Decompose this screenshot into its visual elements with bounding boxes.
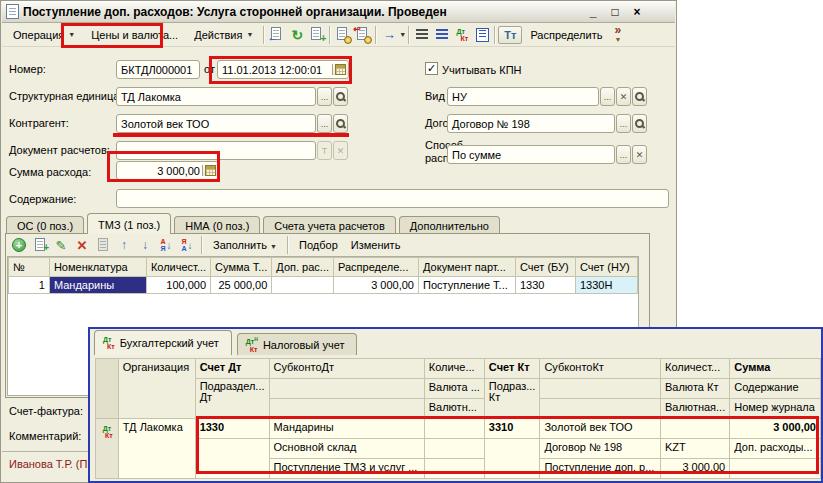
content-field[interactable] xyxy=(116,189,669,208)
magnifier-button[interactable] xyxy=(333,114,348,133)
fill-button[interactable]: Заполнить ▼ xyxy=(208,237,282,253)
column-header[interactable]: Сумма xyxy=(730,359,821,379)
ellipsis-button[interactable]: ... xyxy=(317,114,332,133)
close-button[interactable]: × xyxy=(629,5,645,19)
magnifier-button[interactable] xyxy=(632,114,647,133)
move-down-icon[interactable]: ↓ xyxy=(136,236,154,254)
toolbar-separator xyxy=(287,236,289,254)
tab-tmz[interactable]: ТМЗ (1 поз.) xyxy=(87,213,171,234)
go-to-icon[interactable]: → xyxy=(379,25,399,45)
save-icon[interactable]: ← xyxy=(267,25,287,45)
pick-button[interactable]: Подбор xyxy=(294,237,343,253)
column-header[interactable]: СубконтоДт xyxy=(269,359,424,379)
clear-button[interactable]: ✕ xyxy=(632,145,647,164)
refresh-icon[interactable]: ↻ xyxy=(287,25,307,45)
comment-label: Комментарий: xyxy=(9,430,81,442)
column-header[interactable]: Валюта Кт xyxy=(661,379,730,399)
sort-descending-icon[interactable]: ЯА ↓ xyxy=(178,236,196,254)
calculator-icon[interactable] xyxy=(202,165,218,176)
tt-button[interactable]: Тт xyxy=(498,26,522,44)
kpn-checkbox[interactable]: ✓ xyxy=(425,62,438,75)
delete-row-icon[interactable]: ✕ xyxy=(73,236,91,254)
column-header[interactable]: Счет Кт xyxy=(484,359,540,379)
nu-type-field[interactable]: НУ ... ✕ xyxy=(447,87,647,106)
number-field[interactable]: БКТДЛ000001 xyxy=(116,60,200,79)
window-title: Поступление доп. расходов: Услуга сторон… xyxy=(23,5,581,19)
magnifier-button[interactable] xyxy=(632,87,647,106)
column-header[interactable]: Подраздел... Дт xyxy=(195,379,269,419)
date-field[interactable]: 11.01.2013 12:00:01 xyxy=(217,60,349,79)
column-header[interactable]: Количе... xyxy=(424,359,484,379)
column-header[interactable]: Номенклатура xyxy=(49,258,146,277)
ellipsis-button[interactable]: ... xyxy=(616,114,631,133)
marks-list-icon[interactable] xyxy=(432,25,452,45)
clear-button[interactable]: ✕ xyxy=(616,87,631,106)
document-icon xyxy=(6,4,19,19)
settlement-doc-field[interactable]: Т ✕ xyxy=(116,141,348,160)
column-header[interactable]: Валютн... xyxy=(424,399,484,419)
copy-icon[interactable]: + xyxy=(307,25,327,45)
operation-button[interactable]: Операция ▼ xyxy=(5,25,83,45)
column-header[interactable]: Организация xyxy=(118,359,195,419)
minimize-button[interactable]: _ xyxy=(585,5,601,19)
maximize-button[interactable]: □ xyxy=(607,5,623,19)
actions-button[interactable]: Действия ▼ xyxy=(186,25,261,45)
column-header[interactable]: Счет (БУ) xyxy=(515,258,575,277)
column-header[interactable]: Содержание xyxy=(730,379,821,399)
column-header[interactable]: Подраз... Кт xyxy=(484,379,540,419)
column-header[interactable]: Валюта ... xyxy=(424,379,484,399)
column-header[interactable]: Валютная... xyxy=(661,399,730,419)
posting-row[interactable]: Основной склад Договор № 198 KZT Доп. ра… xyxy=(96,439,821,459)
finish-edit-icon xyxy=(94,236,112,254)
sort-ascending-icon[interactable]: АЯ ↓ xyxy=(157,236,175,254)
column-header[interactable]: № xyxy=(9,258,50,277)
structure-list-icon[interactable] xyxy=(412,25,432,45)
unpost-document-icon[interactable]: ↩ xyxy=(353,25,373,45)
kpn-label: Учитывать КПН xyxy=(442,64,522,76)
column-header[interactable]: СубконтоКт xyxy=(540,359,661,379)
column-header[interactable]: Количест... xyxy=(661,359,730,379)
tab-nma[interactable]: НМА (0 поз.) xyxy=(174,216,260,234)
change-button[interactable]: Изменить xyxy=(346,237,406,253)
column-header[interactable]: Счет (НУ) xyxy=(575,258,637,277)
magnifier-icon xyxy=(634,118,645,129)
column-header[interactable]: Количест... xyxy=(146,258,210,277)
post-document-icon[interactable] xyxy=(333,25,353,45)
tab-tax[interactable]: ДтНКт Налоговый учет xyxy=(237,333,358,355)
journal-icon[interactable] xyxy=(472,25,492,45)
column-header[interactable]: Номер журнала xyxy=(730,399,821,419)
tab-accounting[interactable]: ДтКт Бухгалтерский учет xyxy=(94,330,232,355)
posting-row[interactable]: ДтКт ТД Лакомка 1330 Мандарины 3310 Золо… xyxy=(96,419,821,439)
table-row[interactable]: 1 Мандарины 100,000 25 000,00 3 000,00 П… xyxy=(9,277,638,294)
tab-os[interactable]: ОС (0 поз.) xyxy=(6,216,84,234)
edit-row-icon[interactable]: ✎ xyxy=(52,236,70,254)
distribute-button[interactable]: Распределить xyxy=(522,25,610,45)
toolbar-separator xyxy=(201,236,203,254)
column-header[interactable]: Распределе... xyxy=(334,258,419,277)
move-up-icon[interactable]: ↑ xyxy=(115,236,133,254)
column-header[interactable]: Сумма Т... xyxy=(211,258,272,277)
ellipsis-button[interactable]: ... xyxy=(317,87,332,106)
prices-currency-button[interactable]: Цены и валюта... xyxy=(83,25,186,45)
magnifier-button[interactable] xyxy=(333,87,348,106)
posting-header-row: Организация Счет Дт СубконтоДт Количе...… xyxy=(96,359,821,379)
dt-kt-icon[interactable]: ДтКт xyxy=(452,25,472,45)
column-header[interactable]: Счет Дт xyxy=(195,359,269,379)
add-row-icon[interactable]: + xyxy=(10,236,28,254)
column-header[interactable]: Документ парт... xyxy=(419,258,516,277)
structural-unit-field[interactable]: ТД Лакомка ... xyxy=(116,87,348,106)
counterparty-field[interactable]: Золотой век ТОО ... xyxy=(116,114,348,133)
expense-sum-field[interactable]: 3 000,00 xyxy=(116,161,219,180)
toolbar-overflow-button[interactable]: » ▼ xyxy=(614,26,621,44)
ellipsis-button[interactable]: ... xyxy=(616,145,631,164)
column-header[interactable]: Доп. рас... xyxy=(272,258,334,277)
chevron-down-icon[interactable]: ▼ xyxy=(399,31,406,38)
calendar-icon[interactable] xyxy=(332,64,348,75)
tab-settlement-accounts[interactable]: Счета учета расчетов xyxy=(263,216,395,234)
contract-field[interactable]: Договор № 198 ... xyxy=(447,114,647,133)
tab-additional[interactable]: Дополнительно xyxy=(399,216,500,234)
distribution-method-field[interactable]: По сумме ... ✕ xyxy=(447,145,647,164)
ellipsis-button[interactable]: ... xyxy=(600,87,615,106)
copy-row-icon[interactable]: + xyxy=(31,236,49,254)
selected-cell[interactable]: Мандарины xyxy=(49,277,146,294)
